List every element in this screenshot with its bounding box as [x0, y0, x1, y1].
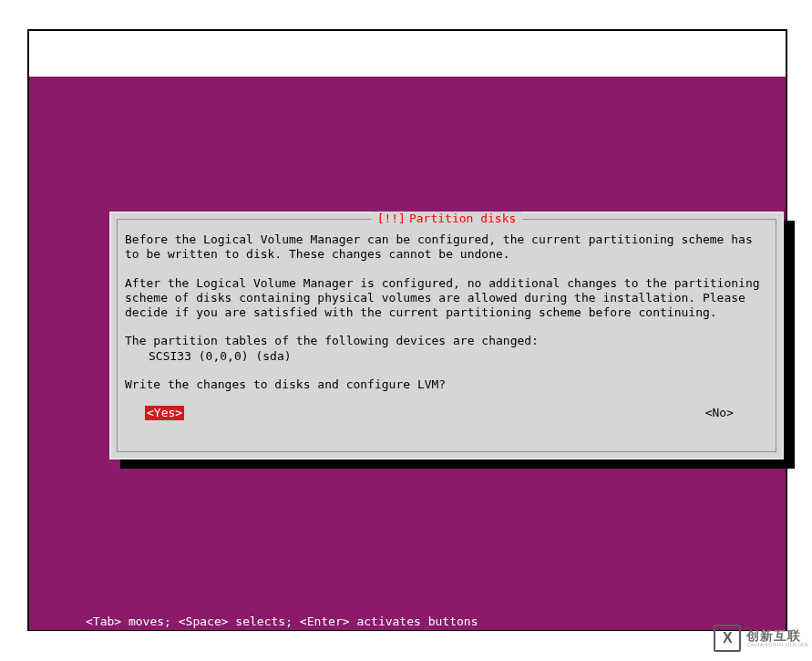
watermark-main-text: 创新互联 [746, 629, 808, 643]
title-priority-icon: [!!] [377, 212, 406, 225]
dialog-title: [!!] Partition disks [372, 212, 522, 225]
watermark-text: 创新互联 CHUANGXIN HULIAN [746, 629, 808, 648]
terminal-background: [!!] Partition disks Before the Logical … [29, 77, 786, 630]
warning-paragraph-1: Before the Logical Volume Manager can be… [125, 232, 768, 263]
watermark-logo-icon: X [714, 625, 741, 652]
devices-heading: The partition tables of the following de… [125, 334, 768, 364]
watermark: X 创新互联 CHUANGXIN HULIAN [714, 625, 808, 652]
warning-paragraph-2: After the Logical Volume Manager is conf… [125, 276, 768, 321]
button-row: <Yes> <No> [125, 406, 768, 420]
device-entry: SCSI33 (0,0,0) (sda) [149, 349, 292, 363]
footer-help-text: <Tab> moves; <Space> selects; <Enter> ac… [86, 615, 478, 628]
dialog-title-text: Partition disks [409, 212, 516, 225]
partition-dialog: [!!] Partition disks Before the Logical … [109, 212, 784, 460]
yes-button[interactable]: <Yes> [145, 406, 184, 420]
confirmation-question: Write the changes to disks and configure… [125, 377, 768, 392]
no-button[interactable]: <No> [705, 406, 734, 420]
watermark-sub-text: CHUANGXIN HULIAN [746, 642, 808, 647]
dialog-border: [!!] Partition disks Before the Logical … [117, 219, 776, 452]
dialog-content: Before the Logical Volume Manager can be… [118, 220, 776, 428]
installer-window: [!!] Partition disks Before the Logical … [27, 29, 787, 631]
devices-heading-text: The partition tables of the following de… [125, 334, 539, 347]
